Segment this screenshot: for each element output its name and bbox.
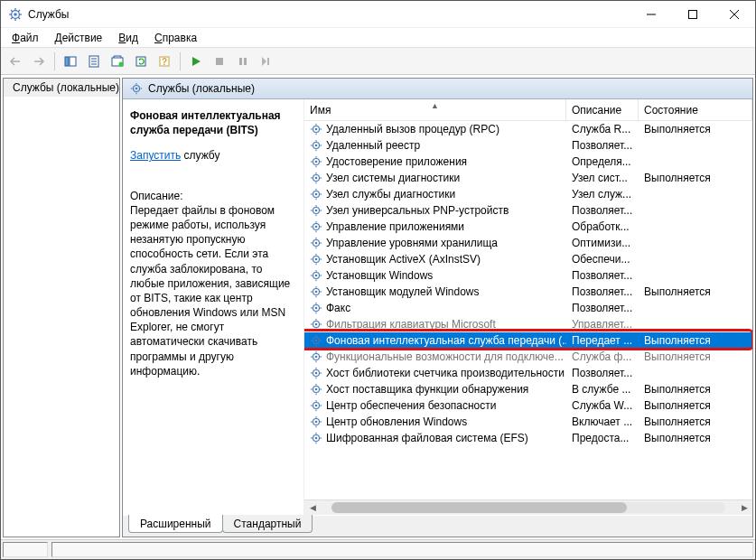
forward-button[interactable]	[28, 51, 50, 72]
service-row[interactable]: Удостоверение приложенияОпределя...	[304, 154, 752, 170]
service-name: Факс	[326, 302, 350, 314]
service-description: Позволяет...	[566, 367, 639, 379]
svg-point-21	[119, 61, 124, 66]
service-description: Позволяет...	[566, 285, 639, 298]
service-description: Узел сист...	[566, 172, 639, 184]
service-description: Служба ф...	[566, 350, 639, 363]
back-button[interactable]	[5, 51, 26, 72]
menu-help[interactable]: Справка	[147, 30, 204, 46]
svg-line-6	[11, 10, 13, 12]
svg-point-48	[315, 145, 318, 147]
scroll-left-icon[interactable]: ◀	[306, 503, 319, 512]
service-row[interactable]: Удаленный реестрПозволяет...	[304, 137, 752, 154]
start-service-link[interactable]: Запустить	[130, 149, 181, 162]
service-row[interactable]: Фоновая интеллектуальная служба передачи…	[304, 332, 752, 349]
svg-rect-28	[267, 58, 269, 65]
service-state: Выполняется	[639, 350, 752, 363]
statusbar	[1, 539, 755, 559]
menu-view[interactable]: Вид	[111, 30, 145, 46]
minimize-button[interactable]	[630, 1, 672, 28]
service-name: Управление приложениями	[326, 220, 464, 233]
tree-pane[interactable]: Службы (локальные)	[3, 78, 120, 537]
service-row[interactable]: Хост библиотеки счетчика производительно…	[304, 365, 752, 381]
titlebar: Службы	[1, 1, 755, 28]
right-pane: Службы (локальные) Фоновая интеллектуаль…	[122, 78, 753, 537]
pause-service-button[interactable]	[232, 51, 254, 72]
gear-icon	[310, 350, 322, 363]
column-name[interactable]: Имя ▲	[304, 99, 566, 120]
service-row[interactable]: Установщик WindowsПозволяет...	[304, 267, 752, 284]
service-state: Выполняется	[639, 415, 752, 428]
right-body: Фоновая интеллектуальная служба передачи…	[123, 99, 752, 515]
service-row[interactable]: Удаленный вызов процедур (RPC)Служба R..…	[304, 121, 752, 137]
status-cell	[51, 542, 753, 557]
menu-file[interactable]: Файл	[5, 30, 46, 46]
app-icon	[8, 7, 23, 22]
tab-standard[interactable]: Стандартный	[222, 515, 313, 533]
gear-icon	[310, 367, 322, 379]
service-description: Позволяет...	[566, 302, 639, 314]
column-description[interactable]: Описание	[566, 99, 639, 120]
start-service-button[interactable]	[185, 51, 207, 72]
start-service-suffix: службу	[181, 149, 219, 162]
service-name: Установщик модулей Windows	[326, 285, 479, 298]
properties-button[interactable]	[83, 51, 105, 72]
tree-item-services-local[interactable]: Службы (локальные)	[4, 79, 119, 97]
service-description: Предоста...	[566, 432, 639, 444]
export-button[interactable]	[107, 51, 128, 72]
service-row[interactable]: Центр обеспечения безопасностиСлужба W..…	[304, 397, 752, 414]
svg-point-132	[315, 372, 318, 375]
service-name: Узел службы диагностики	[326, 188, 455, 201]
start-service-line: Запустить службу	[130, 148, 296, 163]
svg-line-7	[18, 17, 20, 19]
horizontal-scrollbar[interactable]: ◀ ▶	[304, 499, 752, 515]
scrollbar-track[interactable]	[331, 502, 725, 513]
svg-point-84	[315, 242, 318, 245]
tab-extended[interactable]: Расширенный	[128, 515, 223, 533]
service-state: Выполняется	[639, 383, 752, 396]
list-rows[interactable]: Удаленный вызов процедур (RPC)Служба R..…	[304, 121, 752, 499]
service-row[interactable]: Управление приложениямиОбработк...	[304, 219, 752, 235]
close-button[interactable]	[714, 1, 755, 28]
help-button[interactable]: ?	[154, 51, 175, 72]
svg-point-156	[315, 437, 318, 440]
scrollbar-thumb[interactable]	[331, 502, 627, 513]
service-row[interactable]: Хост поставщика функции обнаруженияВ слу…	[304, 381, 752, 397]
service-row[interactable]: Установщик модулей WindowsПозволяет...Вы…	[304, 284, 752, 300]
service-row[interactable]: Управление уровнями хранилищаОптимизи...	[304, 235, 752, 251]
refresh-button[interactable]	[130, 51, 152, 72]
service-row[interactable]: Узел универсальных PNP-устройствПозволяе…	[304, 202, 752, 219]
stop-service-button[interactable]	[209, 51, 230, 72]
menubar: Файл Действие Вид Справка	[1, 28, 755, 48]
service-row[interactable]: Центр обновления WindowsВключает ...Выпо…	[304, 414, 752, 430]
service-description: Обработк...	[566, 220, 639, 233]
svg-line-9	[18, 10, 20, 12]
right-header: Службы (локальные)	[123, 79, 752, 99]
gear-icon	[310, 432, 322, 444]
service-row[interactable]: Шифрованная файловая система (EFS)Предос…	[304, 430, 752, 446]
service-row[interactable]: Установщик ActiveX (AxInstSV)Обеспечи...	[304, 251, 752, 267]
service-row[interactable]: Узел службы диагностикиУзел служ...	[304, 186, 752, 202]
view-tabs: Расширенный Стандартный	[123, 515, 752, 537]
service-name: Шифрованная файловая система (EFS)	[326, 432, 528, 444]
show-hide-tree-button[interactable]	[60, 51, 81, 72]
service-row[interactable]: Узел системы диагностикиУзел сист...Выпо…	[304, 170, 752, 186]
restart-service-button[interactable]	[256, 51, 277, 72]
gear-icon	[310, 253, 322, 266]
service-name: Хост библиотеки счетчика производительно…	[326, 367, 565, 379]
service-row[interactable]: Фильтрация клавиатуры MicrosoftУправляет…	[304, 316, 752, 332]
scroll-right-icon[interactable]: ▶	[738, 503, 751, 512]
menu-action[interactable]: Действие	[48, 30, 110, 46]
service-row[interactable]: ФаксПозволяет...	[304, 300, 752, 316]
service-description: Позволяет...	[566, 139, 639, 152]
service-row[interactable]: Функциональные возможности для подключе.…	[304, 349, 752, 365]
svg-point-36	[135, 88, 138, 90]
gear-icon	[310, 399, 322, 412]
maximize-button[interactable]	[672, 1, 714, 28]
service-name: Установщик Windows	[326, 269, 433, 282]
toolbar-separator	[54, 52, 55, 70]
svg-rect-14	[65, 57, 69, 66]
service-name: Центр обновления Windows	[326, 415, 467, 428]
column-state[interactable]: Состояние	[639, 99, 752, 120]
service-state: Выполняется	[639, 432, 752, 444]
